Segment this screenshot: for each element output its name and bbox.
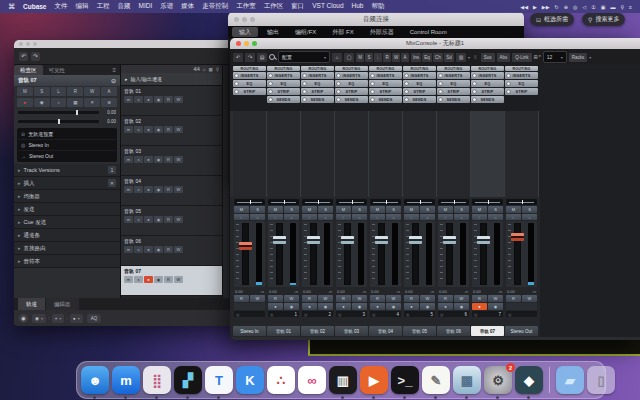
pan-control[interactable] (268, 199, 299, 205)
listen-button[interactable]: L (234, 214, 249, 220)
track-btn-W[interactable]: W (174, 276, 183, 283)
status-icon-10[interactable]: ⚲ (620, 4, 624, 10)
status-icon-2[interactable]: ▶▶ (542, 4, 550, 10)
rack-eq[interactable]: EQ (471, 80, 504, 87)
inspector-tab-检查区[interactable]: 检查区 (14, 65, 43, 75)
edit-button[interactable]: e (318, 214, 333, 220)
track-btn-◉[interactable]: ◉ (154, 126, 163, 133)
fader-track[interactable] (378, 223, 385, 285)
auto-quantize-button[interactable]: AQ (87, 314, 102, 323)
menu-item-乐谱[interactable]: 乐谱 (160, 2, 173, 11)
rack-eq[interactable]: EQ (369, 80, 402, 87)
monitor-button[interactable]: ◉ (352, 303, 367, 310)
track-btn-m[interactable]: m (124, 186, 133, 193)
menu-item-帮助[interactable]: 帮助 (371, 2, 384, 11)
status-icon-0[interactable]: ◀◀ (520, 4, 528, 10)
rack-sends[interactable]: SENDS (471, 96, 504, 103)
rack-eq[interactable]: EQ (267, 80, 300, 87)
listen-button[interactable]: L (302, 214, 317, 220)
edit-button[interactable]: e (522, 214, 537, 220)
rack-inserts[interactable]: INSERTS (233, 72, 266, 79)
status-group-1[interactable]: +▾ (52, 314, 65, 323)
routing-row-0[interactable]: ⊘无轨道预置 (18, 129, 116, 140)
dock-cubase[interactable]: ◆ (515, 366, 543, 394)
mute-button[interactable]: M (506, 206, 521, 213)
record-button[interactable]: ● (404, 303, 419, 310)
track-btn-W[interactable]: W (174, 156, 183, 163)
audio-tab-编组/FX[interactable]: 编组/FX (288, 26, 323, 38)
rack-strip[interactable]: STRIP (471, 88, 504, 95)
rack-strip[interactable]: STRIP (335, 88, 368, 95)
record-button[interactable]: ● (472, 303, 487, 310)
gear-icon[interactable]: ⊙ (111, 77, 116, 84)
track-btn-●[interactable]: ● (144, 156, 153, 163)
slider-handle[interactable] (58, 119, 60, 124)
inspector-section-0[interactable]: ▸Track Versions1 (14, 164, 120, 177)
inspector-section-4[interactable]: ▸Cue 发送 (14, 216, 120, 229)
write-button[interactable]: W (284, 295, 299, 302)
audio-tab-外部乐器[interactable]: 外部乐器 (363, 26, 401, 38)
read-button[interactable]: R (234, 295, 249, 302)
record-button[interactable]: ● (268, 303, 283, 310)
redo-icon[interactable]: ↷ (31, 52, 40, 61)
menu-item-媒体[interactable]: 媒体 (181, 2, 194, 11)
routing-row-2[interactable]: →Stereo Out (18, 151, 116, 161)
track-btn-m[interactable]: m (124, 156, 133, 163)
status-icon-8[interactable]: ▣ (601, 4, 606, 10)
read-button[interactable]: R (438, 295, 453, 302)
track-btn-s[interactable]: s (134, 246, 143, 253)
write-button[interactable]: W (420, 295, 435, 302)
minimize-icon[interactable] (26, 42, 30, 46)
rack-sends[interactable]: SENDS (335, 96, 368, 103)
status-icon-1[interactable]: ▶ (533, 4, 537, 10)
edit-button[interactable]: e (420, 214, 435, 220)
rack-strip[interactable]: STRIP (301, 88, 334, 95)
solo-button[interactable]: S (420, 206, 435, 213)
inspector-section-2[interactable]: ▸均衡器 (14, 190, 120, 203)
rack-sends[interactable]: SENDS (369, 96, 402, 103)
hamburger-icon[interactable]: ≡ (108, 65, 120, 75)
routing-row-1[interactable]: ◎Stereo In (18, 140, 116, 151)
mute-button[interactable]: M (438, 206, 453, 213)
channel-name-音轨 04[interactable]: 音轨 04 (369, 326, 402, 336)
track-btn-m[interactable]: m (124, 276, 133, 283)
fader-track[interactable] (242, 223, 249, 285)
listen-button[interactable]: L (404, 214, 419, 220)
listen-button[interactable]: L (370, 214, 385, 220)
slider-handle[interactable] (76, 110, 78, 115)
inspector-section-7[interactable]: ▸音符本 (14, 255, 120, 268)
track-btn-W[interactable]: W (174, 216, 183, 223)
app-menu-title[interactable]: Cubase (23, 3, 46, 10)
inspector-section-3[interactable]: ▸发送 (14, 203, 120, 216)
mix-auto-R[interactable]: R (383, 53, 391, 62)
dock-color-circles[interactable]: ∴ (267, 366, 295, 394)
rack-inserts[interactable]: INSERTS (505, 72, 538, 79)
mix-auto-A[interactable]: A (401, 53, 409, 62)
audio-tab-输入[interactable]: 输入 (232, 27, 258, 37)
mixer-view-icon[interactable]: ▥ (456, 53, 466, 62)
track-btn-m[interactable]: m (124, 96, 133, 103)
suspend-link-button[interactable]: Sus (481, 53, 495, 62)
mute-button[interactable]: M (302, 206, 317, 213)
inspector-section-5[interactable]: ▸通道条 (14, 229, 120, 242)
vis-icon-0[interactable]: ⌂ (203, 67, 206, 72)
track-btn-R[interactable]: R (164, 216, 173, 223)
qlink-button[interactable]: Q-Link (512, 53, 531, 62)
close-icon[interactable] (19, 42, 23, 46)
inspector-track-header[interactable]: 音轨 07 ⊙ (14, 75, 120, 86)
solo-button[interactable]: S (522, 206, 537, 213)
fader-cap[interactable] (477, 236, 490, 244)
rack-inserts[interactable]: INSERTS (267, 72, 300, 79)
dock-system-settings[interactable]: ⚙2 (484, 366, 512, 394)
monitor-button[interactable]: ◉ (488, 303, 503, 310)
track-row-4[interactable]: 音轨 04ms●◉RW (121, 176, 222, 206)
rack-inserts[interactable]: INSERTS (369, 72, 402, 79)
inspector-tab-可见性[interactable]: 可见性 (43, 65, 72, 75)
pan-control[interactable] (234, 199, 265, 205)
track-btn-◉[interactable]: ◉ (154, 186, 163, 193)
track-btn-s[interactable]: s (134, 276, 143, 283)
dock-maxthon[interactable]: m (112, 366, 140, 394)
rack-inserts[interactable]: INSERTS (335, 72, 368, 79)
dock-midi-keyboard[interactable]: ▥ (329, 366, 357, 394)
track-btn-R[interactable]: R (164, 276, 173, 283)
